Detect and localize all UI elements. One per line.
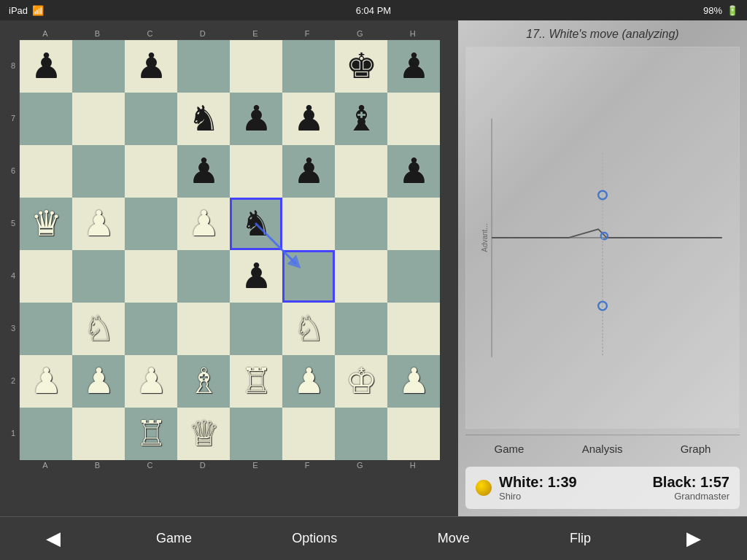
board-wrapper: 8 7 6 5 4 3 2 1 ♟♟♚♟♞♟♟♝♟♟♟♛♟♟♞♟♘♘♟♟♟♗♖♟… (7, 39, 451, 459)
white-player-block: White: 1:39 Shiro (499, 474, 611, 502)
square[interactable] (335, 198, 387, 250)
game-button[interactable]: Game (142, 525, 206, 552)
square[interactable]: ♟ (282, 145, 335, 198)
square[interactable]: ♟ (177, 198, 230, 250)
tab-graph[interactable]: Graph (669, 440, 723, 458)
square[interactable] (20, 303, 72, 355)
square[interactable]: ♟ (387, 145, 440, 198)
chess-piece: ♞ (241, 206, 272, 241)
square[interactable] (282, 198, 335, 250)
square[interactable] (230, 408, 282, 460)
square[interactable]: ♚ (335, 40, 387, 93)
square[interactable]: ♗ (177, 355, 230, 408)
chess-piece: ♕ (188, 416, 220, 451)
square[interactable]: ♟ (72, 355, 125, 408)
square[interactable] (387, 198, 440, 250)
square[interactable] (177, 250, 230, 303)
chessboard[interactable]: ♟♟♚♟♞♟♟♝♟♟♟♛♟♟♞♟♘♘♟♟♟♗♖♟♔♟♖♕ (19, 39, 439, 459)
tab-game[interactable]: Game (483, 440, 536, 458)
square[interactable] (282, 408, 335, 460)
square[interactable]: ♖ (125, 408, 177, 460)
square[interactable] (125, 303, 177, 355)
square[interactable] (20, 250, 72, 303)
square[interactable] (125, 250, 177, 303)
square[interactable]: ♕ (177, 408, 230, 460)
square[interactable]: ♟ (125, 40, 177, 93)
white-time: White: 1:39 (499, 474, 611, 491)
square[interactable] (282, 40, 335, 93)
flip-button[interactable]: Flip (555, 525, 605, 552)
square[interactable]: ♖ (230, 355, 282, 408)
chess-piece: ♘ (293, 311, 325, 346)
square[interactable] (387, 408, 440, 460)
square[interactable] (177, 303, 230, 355)
chess-piece: ♟ (241, 101, 272, 136)
square[interactable] (335, 250, 387, 303)
square[interactable] (230, 303, 282, 355)
square[interactable] (230, 145, 282, 198)
square[interactable] (20, 408, 72, 460)
square[interactable] (125, 198, 177, 250)
square[interactable] (230, 40, 282, 93)
chess-piece: ♟ (293, 101, 325, 136)
chess-piece: ♟ (31, 49, 62, 84)
square[interactable]: ♟ (387, 40, 440, 93)
square[interactable] (72, 408, 125, 460)
move-button[interactable]: Move (423, 525, 484, 552)
square[interactable] (72, 250, 125, 303)
game-label: Game (156, 531, 192, 546)
flip-label: Flip (570, 531, 591, 546)
square[interactable]: ♘ (282, 303, 335, 355)
square[interactable] (335, 408, 387, 460)
analysis-title: 17.. White's move (analyzing) (465, 28, 740, 41)
square[interactable]: ♟ (177, 145, 230, 198)
chess-piece: ♟ (83, 364, 115, 399)
chess-piece: ♞ (188, 101, 220, 136)
square[interactable] (335, 145, 387, 198)
square[interactable] (20, 93, 72, 145)
square[interactable]: ♟ (72, 198, 125, 250)
back-button[interactable]: ◀ (36, 521, 71, 556)
forward-button[interactable]: ▶ (676, 521, 711, 556)
square[interactable] (282, 250, 335, 303)
graph-area: Advant... (465, 47, 740, 429)
square[interactable]: ♝ (335, 93, 387, 145)
square[interactable]: ♞ (230, 198, 282, 250)
chess-piece: ♔ (346, 364, 377, 399)
status-time: 6:04 PM (356, 5, 391, 16)
main-area: A B C D E F G H 8 7 6 5 4 3 2 1 ♟♟♚♟♞♟♟♝… (0, 20, 747, 516)
black-name: Grandmaster (618, 491, 729, 502)
square[interactable] (72, 40, 125, 93)
square[interactable] (387, 250, 440, 303)
options-button[interactable]: Options (277, 525, 352, 552)
square[interactable]: ♟ (230, 93, 282, 145)
battery-label: 98% (703, 5, 722, 16)
square[interactable] (72, 93, 125, 145)
square[interactable] (20, 145, 72, 198)
tab-analysis[interactable]: Analysis (570, 440, 635, 458)
square[interactable]: ♟ (125, 355, 177, 408)
square[interactable] (72, 145, 125, 198)
square[interactable]: ♟ (282, 355, 335, 408)
chess-piece: ♖ (136, 416, 167, 451)
square[interactable]: ♟ (20, 355, 72, 408)
square[interactable] (335, 303, 387, 355)
square[interactable] (125, 93, 177, 145)
black-time: Black: 1:57 (618, 474, 729, 491)
square[interactable]: ♟ (387, 355, 440, 408)
col-labels-bottom: A B C D E F G H (19, 459, 439, 471)
square[interactable]: ♔ (335, 355, 387, 408)
square[interactable] (387, 303, 440, 355)
square[interactable] (177, 40, 230, 93)
square[interactable] (387, 93, 440, 145)
square[interactable]: ♞ (177, 93, 230, 145)
chess-piece: ♛ (31, 206, 62, 241)
status-right: 98% 🔋 (703, 5, 738, 16)
square[interactable] (125, 145, 177, 198)
chess-piece: ♝ (346, 101, 377, 136)
square[interactable]: ♛ (20, 198, 72, 250)
square[interactable]: ♟ (282, 93, 335, 145)
square[interactable]: ♘ (72, 303, 125, 355)
square[interactable]: ♟ (230, 250, 282, 303)
square[interactable]: ♟ (20, 40, 72, 93)
